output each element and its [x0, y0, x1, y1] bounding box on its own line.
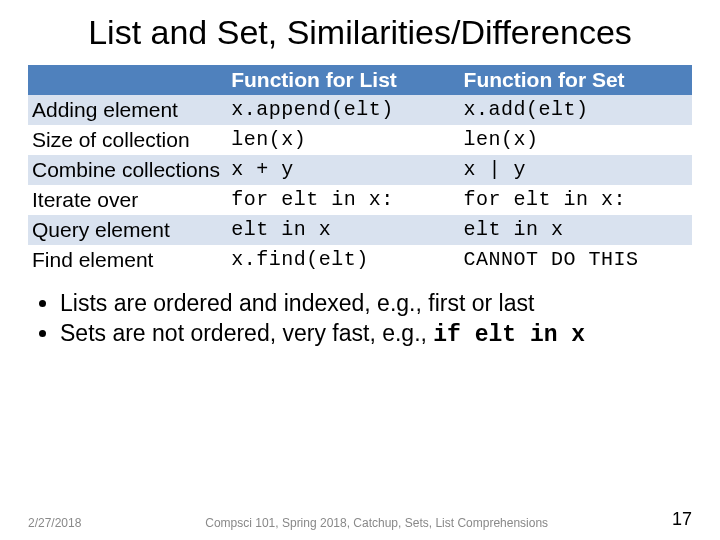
- bullet-list: Lists are ordered and indexed, e.g., fir…: [38, 289, 692, 349]
- table-row: Query element elt in x elt in x: [28, 215, 692, 245]
- op-cell: Adding element: [28, 95, 227, 125]
- set-cell: len(x): [460, 125, 692, 155]
- page-number: 17: [672, 509, 692, 530]
- table-header-row: Function for List Function for Set: [28, 65, 692, 95]
- op-cell: Find element: [28, 245, 227, 275]
- header-set: Function for Set: [460, 65, 692, 95]
- list-cell: len(x): [227, 125, 459, 155]
- bullet-text: Sets are not ordered, very fast, e.g.,: [60, 320, 433, 346]
- table-row: Size of collection len(x) len(x): [28, 125, 692, 155]
- op-cell: Iterate over: [28, 185, 227, 215]
- bullet-item: Sets are not ordered, very fast, e.g., i…: [60, 319, 692, 349]
- op-cell: Size of collection: [28, 125, 227, 155]
- header-list: Function for List: [227, 65, 459, 95]
- table-row: Find element x.find(elt) CANNOT DO THIS: [28, 245, 692, 275]
- op-cell: Query element: [28, 215, 227, 245]
- list-cell: x + y: [227, 155, 459, 185]
- list-cell: for elt in x:: [227, 185, 459, 215]
- list-cell: elt in x: [227, 215, 459, 245]
- table-row: Combine collections x + y x | y: [28, 155, 692, 185]
- slide-footer: 2/27/2018 Compsci 101, Spring 2018, Catc…: [0, 509, 720, 530]
- set-cell: for elt in x:: [460, 185, 692, 215]
- slide: List and Set, Similarities/Differences F…: [0, 0, 720, 349]
- footer-date: 2/27/2018: [28, 516, 81, 530]
- table-row: Adding element x.append(elt) x.add(elt): [28, 95, 692, 125]
- slide-title: List and Set, Similarities/Differences: [28, 14, 692, 51]
- list-cell: x.find(elt): [227, 245, 459, 275]
- bullet-text: Lists are ordered and indexed, e.g., fir…: [60, 290, 534, 316]
- bullet-code: if elt in x: [433, 322, 585, 348]
- list-cell: x.append(elt): [227, 95, 459, 125]
- set-cell: x.add(elt): [460, 95, 692, 125]
- set-cell: CANNOT DO THIS: [460, 245, 692, 275]
- bullet-item: Lists are ordered and indexed, e.g., fir…: [60, 289, 692, 317]
- comparison-table: Function for List Function for Set Addin…: [28, 65, 692, 275]
- op-cell: Combine collections: [28, 155, 227, 185]
- header-empty: [28, 65, 227, 95]
- set-cell: x | y: [460, 155, 692, 185]
- footer-course: Compsci 101, Spring 2018, Catchup, Sets,…: [81, 516, 672, 530]
- table-row: Iterate over for elt in x: for elt in x:: [28, 185, 692, 215]
- set-cell: elt in x: [460, 215, 692, 245]
